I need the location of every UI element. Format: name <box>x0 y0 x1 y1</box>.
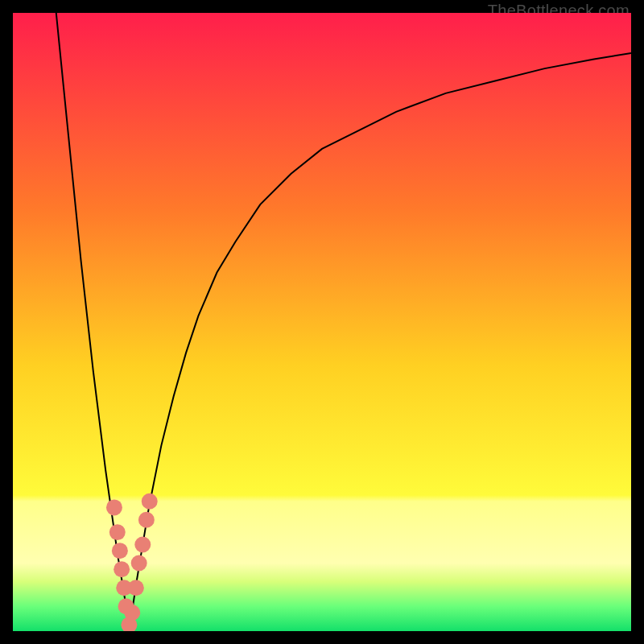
data-marker <box>131 555 147 572</box>
data-marker <box>124 605 140 621</box>
data-marker <box>109 524 126 540</box>
data-marker <box>134 536 151 552</box>
data-marker <box>114 561 130 577</box>
data-marker <box>142 493 158 510</box>
data-marker <box>128 580 144 596</box>
gradient-background <box>13 13 631 631</box>
data-marker <box>138 512 155 528</box>
data-marker <box>106 499 122 515</box>
bottleneck-chart <box>13 13 631 631</box>
data-marker <box>112 543 128 559</box>
chart-frame <box>13 13 631 631</box>
